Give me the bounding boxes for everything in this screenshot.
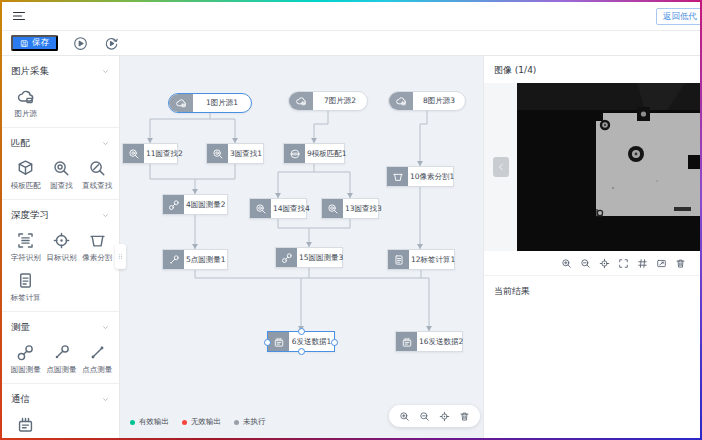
- trash-button[interactable]: [459, 411, 470, 422]
- zoom-in-button[interactable]: [561, 258, 572, 269]
- locate-button[interactable]: [439, 411, 450, 422]
- sidebar-item-target[interactable]: 目标识别: [44, 231, 80, 263]
- sidebar-section-header[interactable]: 图片采集: [2, 62, 119, 83]
- cube-icon: [16, 159, 35, 178]
- zoom-out-icon: [419, 411, 430, 422]
- flow-edge: [150, 113, 210, 143]
- grid-icon: [637, 258, 648, 269]
- flow-node-n6[interactable]: 6发送数据1: [267, 331, 335, 352]
- device-icon: [16, 415, 35, 434]
- image-nav-strip: [484, 83, 517, 251]
- fit-icon: [656, 258, 667, 269]
- flow-node-n13[interactable]: 13圆查找3: [321, 198, 379, 219]
- zoom-out-button[interactable]: [580, 258, 591, 269]
- chevron-down-icon: [101, 211, 110, 220]
- flow-node-n16[interactable]: 16发送数据2: [395, 331, 463, 352]
- legend-dot: [234, 420, 239, 425]
- legend-item: 未执行: [234, 417, 266, 427]
- sidebar-section-header[interactable]: 匹配: [2, 134, 119, 155]
- run-button[interactable]: [72, 35, 89, 52]
- sidebar-section-header[interactable]: 深度学习: [2, 206, 119, 227]
- node-label: 8图片源3: [413, 92, 465, 110]
- connection-handle[interactable]: [298, 348, 305, 355]
- menu-icon: [11, 8, 27, 24]
- previous-image-button[interactable]: [493, 157, 509, 177]
- locate-button[interactable]: [599, 258, 610, 269]
- flow-node-n7[interactable]: 7图片源2: [288, 91, 368, 111]
- sidebar-item-label: 模板匹配: [11, 181, 41, 191]
- doc-icon: [16, 271, 35, 290]
- flow-node-n3[interactable]: 3圆查找1: [206, 143, 264, 164]
- flow-node-n5[interactable]: 5点圆测量1: [162, 249, 228, 270]
- connection-handle[interactable]: [298, 328, 305, 335]
- sidebar-item-circle-find[interactable]: 圆查找: [44, 159, 80, 191]
- legend-item: 无效输出: [182, 417, 221, 427]
- circle-find-icon: [212, 148, 224, 160]
- sidebar-item-measure-pc[interactable]: 点圆测量: [44, 343, 80, 375]
- grid-button[interactable]: [637, 258, 648, 269]
- flow-node-n1[interactable]: 1图片源1: [168, 93, 252, 113]
- zoom-in-button[interactable]: [399, 411, 410, 422]
- sidebar-item-measure-cc[interactable]: 圆圆测量: [8, 343, 44, 375]
- flow-node-n14[interactable]: 14圆查找4: [249, 198, 307, 219]
- canvas-zoom-controls: [389, 405, 480, 427]
- segment-icon: [387, 167, 408, 186]
- fullscreen-button[interactable]: [618, 258, 629, 269]
- sidebar-sections: 图片采集图片源匹配模板匹配圆查找直线查找深度学习字符识别目标识别像素分割标签计算…: [2, 56, 119, 438]
- flow-node-n10[interactable]: 10像素分割1: [386, 166, 454, 187]
- chevron-down-icon: [101, 67, 110, 76]
- sidebar-collapse-handle[interactable]: [115, 244, 126, 269]
- connection-handle[interactable]: [264, 339, 271, 346]
- sidebar-item-cloud[interactable]: 图片源: [8, 87, 44, 119]
- main-area: 图片采集图片源匹配模板匹配圆查找直线查找深度学习字符识别目标识别像素分割标签计算…: [2, 56, 700, 438]
- flow-node-n15[interactable]: 15圆圆测量3: [275, 247, 343, 268]
- chevron-down-icon: [101, 139, 110, 148]
- status-legend: 有效输出无效输出未执行: [130, 417, 266, 427]
- trash-button[interactable]: [675, 258, 686, 269]
- sidebar-item-segment[interactable]: 像素分割: [79, 231, 115, 263]
- flow-node-n8[interactable]: 8图片源3: [388, 91, 466, 111]
- sidebar-item-device[interactable]: [8, 415, 44, 437]
- flow-node-n12[interactable]: 12标签计算1: [387, 249, 455, 270]
- connection-handle[interactable]: [331, 339, 338, 346]
- flow-node-n11[interactable]: 11圆查找2: [122, 143, 178, 164]
- sidebar-item-cube[interactable]: 模板匹配: [8, 159, 44, 191]
- node-label: 13圆查找3: [343, 199, 384, 218]
- node-label: 6发送数据1: [289, 332, 334, 351]
- sidebar-item-ocr[interactable]: 字符识别: [8, 231, 44, 263]
- circle-find-icon: [52, 159, 71, 178]
- flow-node-n9[interactable]: 9模板匹配1: [283, 143, 345, 164]
- sidebar-section-title: 通信: [11, 393, 30, 406]
- circle-find-icon: [255, 203, 267, 215]
- sidebar-item-label: 像素分割: [82, 253, 112, 263]
- fullscreen-icon: [618, 258, 629, 269]
- measure-cc-icon: [163, 195, 184, 214]
- node-label: 16发送数据2: [417, 332, 465, 351]
- sidebar-section-header[interactable]: 通信: [2, 390, 119, 411]
- menu-icon[interactable]: [11, 8, 27, 24]
- back-to-lowcode-button[interactable]: 返回低代: [656, 8, 702, 25]
- sidebar-items: 模板匹配圆查找直线查找: [2, 155, 119, 191]
- circle-find-icon: [322, 199, 343, 218]
- sidebar-item-line-find[interactable]: 直线查找: [79, 159, 115, 191]
- step-run-button[interactable]: [103, 35, 120, 52]
- node-label: 12标签计算1: [409, 250, 457, 269]
- flow-node-n4[interactable]: 4圆圆测量2: [162, 194, 228, 215]
- flow-canvas[interactable]: 1图片源17图片源28图片源311圆查找23圆查找19模板匹配110像素分割14…: [120, 56, 483, 438]
- fit-button[interactable]: [656, 258, 667, 269]
- sidebar-section: 深度学习字符识别目标识别像素分割标签计算: [2, 200, 119, 312]
- sidebar-section: 测量圆圆测量点圆测量点点测量: [2, 312, 119, 384]
- sidebar-item-doc[interactable]: 标签计算: [8, 271, 44, 303]
- sidebar-item-measure-pp[interactable]: 点点测量: [79, 343, 115, 375]
- zoom-out-button[interactable]: [419, 411, 430, 422]
- app-window: 返回低代 保存 图片采集图片源匹配模板匹配圆查找直线查找深度学习字符识别目标识别…: [0, 0, 702, 440]
- circle-find-icon: [123, 144, 144, 163]
- save-button[interactable]: 保存: [11, 35, 58, 51]
- preview-image[interactable]: [517, 83, 700, 251]
- window-border-left: [0, 0, 2, 440]
- step-icon: [104, 36, 119, 51]
- node-label: 9模板匹配1: [305, 144, 349, 163]
- sidebar-section-header[interactable]: 测量: [2, 318, 119, 339]
- locate-icon: [439, 411, 450, 422]
- sidebar-item-label: 图片源: [15, 109, 38, 119]
